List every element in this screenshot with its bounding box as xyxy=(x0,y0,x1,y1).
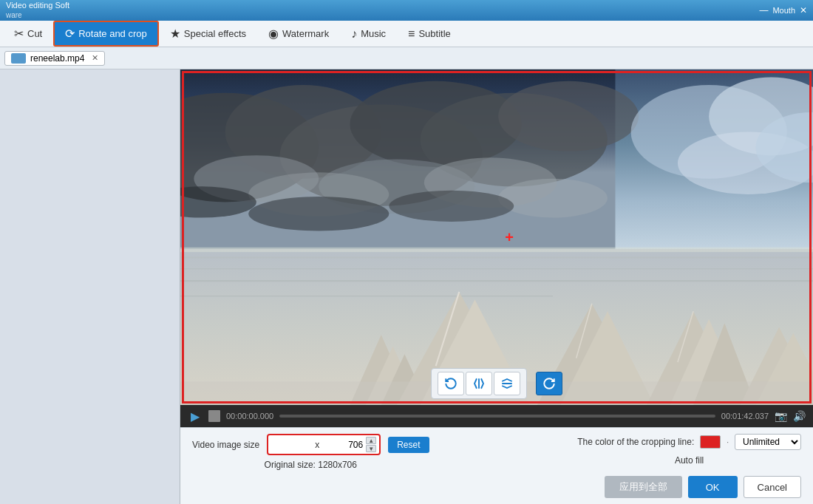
file-tab-row: reneelab.mp4 ✕ xyxy=(0,47,813,69)
cursor-crosshair: + xyxy=(505,229,514,246)
tab-music-label: Music xyxy=(361,28,386,39)
tab-cut[interactable]: ✂ Cut xyxy=(3,21,53,47)
play-button[interactable]: ▶ xyxy=(188,409,203,423)
svg-point-15 xyxy=(389,191,514,222)
rotate-controls xyxy=(431,368,562,399)
tab-watermark[interactable]: ◉ Watermark xyxy=(257,21,340,47)
video-preview: + xyxy=(180,69,813,405)
transport-bar: ▶ 00:00:00.000 00:01:42.037 📷 🔊 xyxy=(180,405,813,427)
app-label: Mouth xyxy=(772,6,795,15)
rotate-controls-inner xyxy=(431,368,527,399)
video-frame: + xyxy=(180,69,813,405)
cut-icon: ✂ xyxy=(14,27,24,41)
tab-effects-label: Special effects xyxy=(184,28,246,39)
tab-music[interactable]: ♪ Music xyxy=(340,21,397,47)
tab-cut-label: Cut xyxy=(27,28,42,39)
rotate-right-button[interactable] xyxy=(536,372,562,395)
file-name: reneelab.mp4 xyxy=(30,53,84,64)
crop-height-input[interactable] xyxy=(322,440,363,450)
apply-all-button[interactable]: 应用到全部 xyxy=(605,476,682,498)
color-row: The color of the cropping line: · Unlimi… xyxy=(577,434,801,450)
music-icon: ♪ xyxy=(351,27,357,41)
color-picker[interactable] xyxy=(700,435,721,449)
height-spinner: ▲ ▼ xyxy=(366,437,376,452)
bottom-controls: Video image size x ▲ ▼ Reset Origin xyxy=(180,427,813,504)
tab-rotate[interactable]: ⟳ Rotate and crop xyxy=(53,21,159,47)
window-controls: — Mouth ✕ xyxy=(759,5,807,16)
crop-size-section: Video image size x ▲ ▼ Reset Origin xyxy=(192,434,429,470)
svg-rect-25 xyxy=(180,296,553,296)
color-dot: · xyxy=(727,438,729,446)
color-preset-select[interactable]: Unlimited xyxy=(735,434,801,450)
crop-input-group: x ▲ ▼ xyxy=(267,434,381,455)
camera-icon[interactable]: 📷 xyxy=(775,410,787,422)
video-area: + xyxy=(180,69,813,504)
crop-x-separator: x xyxy=(315,440,319,450)
cancel-button[interactable]: Cancel xyxy=(744,476,801,498)
title-bar: Video editing Soft ware — Mouth ✕ xyxy=(0,0,813,21)
file-close-button[interactable]: ✕ xyxy=(92,53,98,63)
action-buttons: 应用到全部 OK Cancel xyxy=(192,476,801,498)
height-up-button[interactable]: ▲ xyxy=(366,437,376,444)
ok-button[interactable]: OK xyxy=(688,476,738,498)
app-name: Video editing Soft xyxy=(6,1,69,10)
volume-icon[interactable]: 🔊 xyxy=(793,410,806,422)
subtitle-icon: ≡ xyxy=(408,27,415,41)
tab-subtitle-label: Subtitle xyxy=(418,28,450,39)
left-panel xyxy=(0,69,180,504)
flip-vertical-button[interactable] xyxy=(494,372,520,395)
svg-point-12 xyxy=(498,179,608,218)
file-thumbnail xyxy=(11,53,26,64)
tab-bar: ✂ Cut ⟳ Rotate and crop ★ Special effect… xyxy=(0,21,813,47)
svg-point-7 xyxy=(498,81,639,151)
crop-width-input[interactable] xyxy=(271,440,312,450)
video-scene-svg xyxy=(180,69,813,405)
effects-icon: ★ xyxy=(170,27,180,41)
file-tab[interactable]: reneelab.mp4 ✕ xyxy=(4,51,105,66)
time-end: 00:01:42.037 xyxy=(721,412,769,420)
svg-rect-24 xyxy=(180,280,813,282)
close-button[interactable]: ✕ xyxy=(800,5,807,16)
color-section: The color of the cropping line: · Unlimi… xyxy=(577,434,801,466)
tab-subtitle[interactable]: ≡ Subtitle xyxy=(397,21,462,47)
minimize-button[interactable]: — xyxy=(759,5,768,16)
crop-size-row: Video image size x ▲ ▼ Reset xyxy=(192,434,429,455)
tab-watermark-label: Watermark xyxy=(282,28,329,39)
rotate-left-button[interactable] xyxy=(438,372,464,395)
reset-button[interactable]: Reset xyxy=(388,437,429,453)
app-title: Video editing Soft ware xyxy=(6,1,69,19)
time-start: 00:00:00.000 xyxy=(226,412,273,420)
svg-rect-22 xyxy=(180,256,813,258)
flip-horizontal-button[interactable] xyxy=(466,372,492,395)
main-content: + xyxy=(0,69,813,504)
crop-size-label: Video image size xyxy=(192,440,259,450)
svg-rect-21 xyxy=(180,248,813,252)
app-sub: ware xyxy=(6,11,69,20)
autofill-label: Auto fill xyxy=(675,455,704,466)
svg-point-14 xyxy=(248,197,389,231)
stop-button[interactable] xyxy=(208,410,220,422)
original-size-text: Original size: 1280x706 xyxy=(192,460,429,470)
tab-effects[interactable]: ★ Special effects xyxy=(159,21,257,47)
rotate-icon: ⟳ xyxy=(65,27,75,41)
watermark-icon: ◉ xyxy=(268,27,279,41)
height-down-button[interactable]: ▼ xyxy=(366,445,376,452)
color-label: The color of the cropping line: xyxy=(577,437,694,447)
svg-rect-23 xyxy=(180,268,813,269)
tab-rotate-label: Rotate and crop xyxy=(78,28,147,39)
progress-bar[interactable] xyxy=(279,415,715,418)
